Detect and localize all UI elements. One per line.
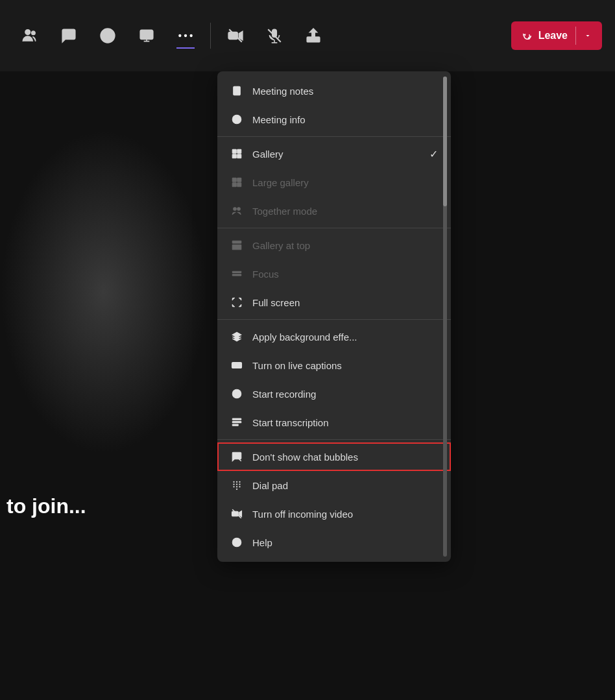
info-icon xyxy=(230,113,243,126)
menu-item-turn-off-video[interactable]: Turn off incoming video xyxy=(217,500,451,528)
menu-item-meeting-info[interactable]: Meeting info xyxy=(217,105,451,134)
turn-off-video-label: Turn off incoming video xyxy=(252,509,353,520)
focus-icon xyxy=(230,267,243,280)
dont-show-chat-bubbles-label: Don't show chat bubbles xyxy=(252,452,358,463)
svg-rect-23 xyxy=(232,149,236,153)
apply-background-label: Apply background effe... xyxy=(252,332,357,343)
menu-item-gallery[interactable]: Gallery ✓ xyxy=(217,139,451,168)
svg-rect-28 xyxy=(237,178,241,182)
share-content-button[interactable] xyxy=(296,19,330,53)
svg-point-48 xyxy=(236,483,237,485)
svg-point-52 xyxy=(239,486,240,487)
toolbar-separator xyxy=(210,23,211,49)
svg-rect-41 xyxy=(232,422,241,423)
together-mode-label: Together mode xyxy=(252,206,317,217)
recording-icon xyxy=(230,387,243,400)
gallery-checkmark: ✓ xyxy=(429,148,438,160)
start-transcription-label: Start transcription xyxy=(252,417,329,428)
svg-point-2 xyxy=(101,29,115,43)
notes-icon xyxy=(230,84,243,97)
transcription-icon xyxy=(230,416,243,429)
join-text: to join... xyxy=(6,494,86,518)
video-off-icon xyxy=(230,507,243,520)
gallery-label: Gallery xyxy=(252,149,283,160)
menu-item-dial-pad[interactable]: Dial pad xyxy=(217,471,451,500)
svg-point-6 xyxy=(178,34,181,37)
svg-rect-36 xyxy=(232,274,241,276)
menu-item-gallery-at-top[interactable]: Gallery at top xyxy=(217,231,451,259)
start-recording-label: Start recording xyxy=(252,389,316,400)
svg-rect-24 xyxy=(237,149,241,153)
svg-point-39 xyxy=(235,392,239,396)
large-gallery-label: Large gallery xyxy=(252,177,309,188)
svg-point-1 xyxy=(32,31,35,34)
svg-rect-35 xyxy=(232,271,241,272)
svg-rect-30 xyxy=(237,183,241,187)
background-effects-icon xyxy=(230,330,243,343)
svg-point-32 xyxy=(237,208,241,211)
divider-4 xyxy=(217,439,451,440)
person-silhouette xyxy=(0,130,208,454)
mic-button[interactable] xyxy=(258,19,291,53)
chat-bubbles-off-icon xyxy=(230,450,243,463)
svg-point-0 xyxy=(25,30,30,35)
chat-button[interactable] xyxy=(52,19,86,53)
more-button[interactable] xyxy=(169,19,202,53)
svg-rect-33 xyxy=(232,241,241,243)
gallery-at-top-label: Gallery at top xyxy=(252,240,310,251)
share-screen-button[interactable] xyxy=(130,19,163,53)
svg-point-44 xyxy=(233,481,234,483)
svg-point-57 xyxy=(236,544,237,545)
svg-rect-26 xyxy=(237,154,241,158)
svg-rect-29 xyxy=(232,183,236,187)
camera-button[interactable] xyxy=(219,19,252,53)
captions-icon xyxy=(230,359,243,372)
menu-item-start-transcription[interactable]: Start transcription xyxy=(217,408,451,437)
svg-point-3 xyxy=(105,34,106,35)
divider-3 xyxy=(217,319,451,320)
large-gallery-icon xyxy=(230,176,243,189)
svg-rect-25 xyxy=(232,154,236,158)
menu-item-meeting-notes[interactable]: Meeting notes xyxy=(217,77,451,105)
leave-button[interactable]: Leave xyxy=(511,21,602,50)
gallery-icon xyxy=(230,147,243,160)
svg-point-47 xyxy=(233,483,234,485)
menu-item-together-mode[interactable]: Together mode xyxy=(217,197,451,225)
svg-point-51 xyxy=(236,486,237,487)
menu-item-live-captions[interactable]: Turn on live captions xyxy=(217,351,451,380)
svg-point-4 xyxy=(109,34,110,35)
menu-item-help[interactable]: Help xyxy=(217,528,451,557)
svg-point-45 xyxy=(236,481,237,483)
menu-item-dont-show-chat-bubbles[interactable]: Don't show chat bubbles xyxy=(217,442,451,471)
divider-2 xyxy=(217,228,451,228)
help-label: Help xyxy=(252,537,272,548)
menu-item-start-recording[interactable]: Start recording xyxy=(217,380,451,408)
svg-rect-15 xyxy=(307,37,320,42)
toolbar: Leave xyxy=(0,0,615,71)
menu-item-apply-background[interactable]: Apply background effe... xyxy=(217,322,451,351)
together-mode-icon xyxy=(230,204,243,217)
leave-separator xyxy=(575,27,576,45)
svg-point-46 xyxy=(239,481,240,483)
svg-point-53 xyxy=(236,489,237,490)
svg-rect-34 xyxy=(232,245,241,250)
svg-rect-5 xyxy=(140,30,153,39)
reactions-button[interactable] xyxy=(91,19,125,53)
live-captions-label: Turn on live captions xyxy=(252,360,342,371)
gallery-at-top-icon xyxy=(230,239,243,252)
dialpad-icon xyxy=(230,479,243,492)
menu-item-full-screen[interactable]: Full screen xyxy=(217,288,451,317)
fullscreen-icon xyxy=(230,296,243,309)
svg-point-49 xyxy=(239,483,240,485)
more-options-menu: Meeting notes Meeting info Gallery ✓ xyxy=(217,71,451,562)
menu-scrollbar[interactable] xyxy=(443,77,447,557)
full-screen-label: Full screen xyxy=(252,297,300,308)
dial-pad-label: Dial pad xyxy=(252,480,288,491)
menu-item-large-gallery[interactable]: Large gallery xyxy=(217,168,451,197)
svg-point-50 xyxy=(233,486,234,487)
scrollbar-thumb xyxy=(443,77,447,206)
menu-item-focus[interactable]: Focus xyxy=(217,259,451,288)
leave-label: Leave xyxy=(538,30,568,42)
people-button[interactable] xyxy=(13,19,47,53)
svg-point-31 xyxy=(234,208,237,211)
